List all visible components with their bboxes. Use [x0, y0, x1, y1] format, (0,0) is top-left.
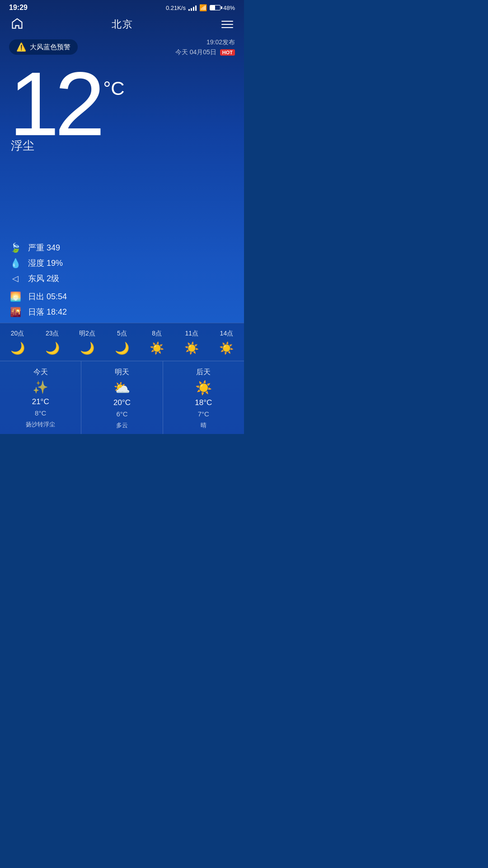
day-high-tomorrow: 20°C: [113, 398, 131, 407]
day-item-tomorrow: 明天 ⛅ 20°C 6°C 多云: [81, 361, 163, 434]
daily-forecast: 今天 ✨ 21°C 8°C 扬沙转浮尘 明天 ⛅ 20°C 6°C 多云 后天 …: [0, 361, 244, 434]
hour-label-5: 11点: [185, 330, 198, 338]
publish-time: 19:02发布: [175, 37, 235, 47]
temperature-value: 12: [9, 66, 100, 142]
sun-section: 🌅 日出 05:54 🌇 日落 18:42: [0, 289, 244, 323]
day-icon-tomorrow: ⛅: [113, 380, 130, 396]
hour-item-3: 5点 🌙: [108, 330, 136, 355]
sun-icon-4: ☀️: [150, 341, 164, 355]
sunrise-item: 🌅 日出 05:54: [9, 291, 235, 302]
hot-badge: HOT: [220, 49, 235, 56]
moon-icon-0: 🌙: [10, 341, 25, 355]
leaf-icon: 🍃: [9, 242, 22, 253]
warning-icon: ⚠️: [16, 42, 26, 52]
temp-unit: °C: [103, 79, 124, 98]
day-item-after: 后天 ☀️ 18°C 7°C 晴: [163, 361, 244, 434]
day-high-after: 18°C: [195, 398, 212, 407]
hour-item-5: 11点 ☀️: [178, 330, 205, 355]
hour-label-0: 20点: [11, 330, 24, 338]
hour-label-6: 14点: [220, 330, 234, 338]
wind-value: 东风 2级: [28, 273, 59, 284]
aqi-value: 严重 349: [28, 242, 60, 253]
day-desc-after: 晴: [201, 421, 206, 429]
hour-label-1: 23点: [46, 330, 59, 338]
day-label-after: 后天: [196, 368, 211, 377]
wifi-icon: 📶: [199, 4, 207, 11]
battery: [210, 5, 221, 10]
sunset-icon: 🌇: [9, 307, 22, 317]
temperature-section: 12 °C 浮尘: [0, 61, 244, 235]
alert-badge[interactable]: ⚠️ 大风蓝色预警: [9, 39, 78, 55]
publish-date: 今天 04月05日 HOT: [175, 47, 235, 57]
status-right: 0.21K/s 📶 48%: [166, 4, 235, 11]
status-bar: 19:29 0.21K/s 📶 48%: [0, 0, 244, 14]
moon-icon-3: 🌙: [115, 341, 129, 355]
humidity-icon: 💧: [9, 258, 22, 269]
day-label-tomorrow: 明天: [115, 368, 129, 377]
sunrise-value: 日出 05:54: [28, 291, 67, 302]
hour-item-4: 8点 ☀️: [143, 330, 170, 355]
day-desc-today: 扬沙转浮尘: [26, 420, 55, 429]
day-icon-after: ☀️: [195, 380, 212, 396]
network-speed: 0.21K/s: [166, 5, 186, 11]
hour-label-3: 5点: [117, 330, 127, 338]
day-icon-today: ✨: [33, 380, 48, 395]
sunset-value: 日落 18:42: [28, 307, 67, 317]
sun-icon-5: ☀️: [184, 341, 199, 355]
temp-display: 12 °C: [9, 66, 235, 142]
day-low-tomorrow: 6°C: [116, 410, 127, 418]
humidity-item: 💧 湿度 19%: [9, 258, 235, 269]
hour-label-4: 8点: [152, 330, 162, 338]
sunrise-icon: 🌅: [9, 291, 22, 302]
status-time: 19:29: [9, 4, 28, 12]
publish-info: 19:02发布 今天 04月05日 HOT: [175, 37, 235, 57]
sun-icon-6: ☀️: [219, 341, 234, 355]
city-title[interactable]: 北京: [112, 18, 133, 31]
aqi-item: 🍃 严重 349: [9, 242, 235, 253]
signal-bars: [188, 5, 197, 11]
hour-item-2: 明2点 🌙: [74, 330, 101, 355]
alert-label: 大风蓝色预警: [30, 43, 70, 52]
hour-item-6: 14点 ☀️: [213, 330, 240, 355]
hour-item-0: 20点 🌙: [4, 330, 31, 355]
day-low-today: 8°C: [35, 409, 46, 417]
battery-percent: 48%: [223, 5, 235, 11]
moon-icon-2: 🌙: [80, 341, 94, 355]
day-item-today: 今天 ✨ 21°C 8°C 扬沙转浮尘: [0, 361, 81, 434]
top-nav: 北京: [0, 14, 244, 37]
sunset-item: 🌇 日落 18:42: [9, 307, 235, 317]
moon-icon-1: 🌙: [45, 341, 60, 355]
day-high-today: 21°C: [32, 397, 49, 406]
home-icon[interactable]: [11, 17, 23, 32]
day-low-after: 7°C: [198, 410, 209, 418]
menu-icon[interactable]: [221, 21, 233, 28]
weather-details: 🍃 严重 349 💧 湿度 19% ◁ 东风 2级: [0, 235, 244, 289]
hourly-forecast: 20点 🌙 23点 🌙 明2点 🌙 5点 🌙 8点 ☀️ 11点 ☀️ 14点 …: [0, 323, 244, 361]
humidity-value: 湿度 19%: [28, 258, 63, 269]
wind-item: ◁ 东风 2级: [9, 273, 235, 284]
day-label-today: 今天: [33, 368, 48, 377]
day-desc-tomorrow: 多云: [116, 421, 128, 429]
hour-label-2: 明2点: [79, 330, 95, 338]
hour-item-1: 23点 🌙: [39, 330, 66, 355]
wind-icon: ◁: [9, 274, 22, 283]
